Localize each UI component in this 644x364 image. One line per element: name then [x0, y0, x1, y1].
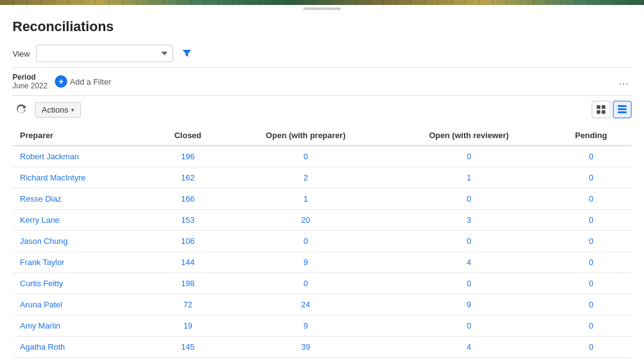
cell-closed: 196 — [152, 146, 224, 167]
preparer-link[interactable]: Jason Chung — [20, 236, 68, 246]
value-openWithPreparer[interactable]: 0 — [303, 236, 308, 246]
drag-handle-bar — [303, 7, 341, 10]
value-closed[interactable]: 162 — [181, 173, 195, 182]
value-openWithPreparer[interactable]: 9 — [303, 258, 308, 267]
table-row: Frank Taylor144940 — [12, 252, 632, 273]
value-pending[interactable]: 0 — [589, 258, 593, 267]
cell-pending: 0 — [551, 146, 632, 167]
cell-closed: 162 — [152, 167, 224, 189]
value-closed[interactable]: 153 — [181, 215, 195, 225]
grid-options-button[interactable] — [592, 101, 610, 118]
value-openWithPreparer[interactable]: 0 — [303, 152, 308, 161]
value-pending[interactable]: 0 — [589, 342, 593, 352]
value-pending[interactable]: 0 — [589, 152, 593, 161]
cell-closed: 166 — [152, 189, 224, 210]
value-closed[interactable]: 198 — [181, 279, 195, 288]
value-openWithPreparer[interactable]: 1 — [303, 194, 308, 203]
cell-openWithReviewer: 0 — [387, 315, 551, 337]
value-closed[interactable]: 166 — [181, 194, 195, 203]
value-closed[interactable]: 145 — [181, 342, 195, 352]
period-value: June 2022 — [12, 82, 47, 90]
value-openWithReviewer[interactable]: 0 — [466, 321, 471, 330]
table-row: Agatha Roth1453940 — [12, 337, 632, 358]
value-openWithReviewer[interactable]: 0 — [466, 194, 471, 203]
value-closed[interactable]: 106 — [181, 236, 195, 246]
value-openWithPreparer[interactable]: 24 — [301, 300, 310, 309]
drag-handle[interactable] — [0, 5, 644, 12]
value-openWithReviewer[interactable]: 1 — [466, 173, 471, 182]
svg-rect-1 — [602, 105, 605, 109]
table-header-row: PreparerClosedOpen (with preparer)Open (… — [12, 126, 632, 146]
value-pending[interactable]: 0 — [589, 236, 593, 246]
value-openWithPreparer[interactable]: 0 — [303, 279, 308, 288]
cell-openWithReviewer: 0 — [387, 146, 551, 167]
value-openWithPreparer[interactable]: 20 — [301, 215, 310, 225]
cell-closed: 153 — [152, 210, 224, 231]
value-openWithReviewer[interactable]: 0 — [466, 236, 471, 246]
view-select[interactable] — [36, 45, 173, 62]
preparer-link[interactable]: Resse Diaz — [20, 194, 61, 203]
cell-preparer: Amy Marlin — [12, 315, 152, 337]
value-openWithReviewer[interactable]: 4 — [466, 342, 471, 352]
add-filter-button[interactable]: + Add a Filter — [55, 75, 111, 88]
value-openWithPreparer[interactable]: 39 — [301, 342, 310, 352]
value-openWithPreparer[interactable]: 9 — [303, 321, 308, 330]
value-openWithReviewer[interactable]: 0 — [466, 152, 471, 161]
cell-openWithReviewer: 4 — [387, 337, 551, 358]
cell-openWithReviewer: 0 — [387, 273, 551, 294]
value-pending[interactable]: 0 — [589, 321, 593, 330]
preparer-link[interactable]: Aruna Patel — [20, 300, 62, 309]
value-pending[interactable]: 0 — [589, 215, 593, 225]
value-openWithReviewer[interactable]: 3 — [466, 215, 471, 225]
data-table: PreparerClosedOpen (with preparer)Open (… — [12, 126, 632, 358]
value-closed[interactable]: 19 — [183, 321, 192, 330]
table-view-button[interactable] — [613, 101, 632, 118]
filter-bar-left: Period June 2022 + Add a Filter — [12, 73, 111, 90]
cell-preparer: Resse Diaz — [12, 189, 152, 210]
cell-openWithPreparer: 9 — [224, 315, 387, 337]
cell-preparer: Robert Jackman — [12, 146, 152, 167]
value-closed[interactable]: 72 — [183, 300, 192, 309]
cell-closed: 72 — [152, 294, 224, 315]
actions-button[interactable]: Actions ▾ — [35, 102, 81, 118]
toolbar-right — [592, 101, 632, 118]
value-closed[interactable]: 196 — [181, 152, 195, 161]
value-closed[interactable]: 144 — [181, 258, 195, 267]
add-filter-icon: + — [55, 75, 67, 88]
preparer-link[interactable]: Richard MacIntyre — [20, 173, 85, 182]
filter-icon-btn[interactable] — [178, 45, 196, 62]
cell-pending: 0 — [551, 273, 632, 294]
value-openWithReviewer[interactable]: 0 — [466, 279, 471, 288]
value-pending[interactable]: 0 — [589, 194, 593, 203]
cell-preparer: Richard MacIntyre — [12, 167, 152, 189]
cell-openWithReviewer: 1 — [387, 167, 551, 189]
value-openWithPreparer[interactable]: 2 — [303, 173, 308, 182]
svg-rect-2 — [597, 110, 600, 114]
preparer-link[interactable]: Frank Taylor — [20, 258, 64, 267]
cell-openWithPreparer: 0 — [224, 146, 387, 167]
cell-openWithReviewer: 9 — [387, 294, 551, 315]
value-pending[interactable]: 0 — [589, 173, 593, 182]
preparer-link[interactable]: Amy Marlin — [20, 321, 60, 330]
value-pending[interactable]: 0 — [589, 300, 593, 309]
preparer-link[interactable]: Kerry Lane — [20, 215, 60, 225]
cell-closed: 19 — [152, 315, 224, 337]
preparer-link[interactable]: Agatha Roth — [20, 342, 65, 352]
svg-rect-0 — [597, 105, 600, 109]
value-openWithReviewer[interactable]: 4 — [466, 258, 471, 267]
value-openWithReviewer[interactable]: 9 — [466, 300, 471, 309]
svg-rect-5 — [618, 108, 627, 110]
refresh-button[interactable] — [12, 101, 30, 118]
cell-openWithPreparer: 9 — [224, 252, 387, 273]
preparer-link[interactable]: Curtis Feitty — [20, 279, 63, 288]
preparer-link[interactable]: Robert Jackman — [20, 152, 79, 161]
value-pending[interactable]: 0 — [589, 279, 593, 288]
page-title: Reconciliations — [12, 19, 632, 35]
cell-preparer: Kerry Lane — [12, 210, 152, 231]
col-header-openWithPreparer: Open (with preparer) — [224, 126, 387, 146]
view-label: View — [12, 49, 31, 58]
table-row: Curtis Feitty198000 — [12, 273, 632, 294]
table-header: PreparerClosedOpen (with preparer)Open (… — [12, 126, 632, 146]
actions-label: Actions — [42, 105, 69, 114]
more-options-button[interactable]: ... — [617, 76, 632, 87]
